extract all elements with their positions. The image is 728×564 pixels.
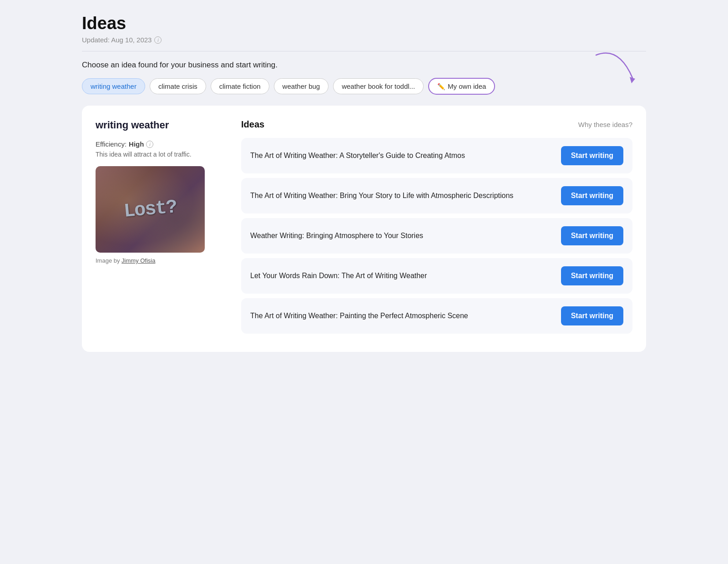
info-icon[interactable]: i	[154, 36, 162, 44]
image-credit-link[interactable]: Jimmy Ofisia	[121, 257, 155, 264]
efficiency-row: Efficiency: High i	[96, 140, 223, 148]
tag-writing-weather[interactable]: writing weather	[82, 78, 145, 94]
image-credit: Image by Jimmy Ofisia	[96, 257, 223, 264]
ideas-header: Ideas Why these ideas?	[241, 119, 632, 130]
arrow-annotation	[582, 51, 646, 91]
graffiti-text: Lost?	[123, 196, 177, 223]
pencil-icon: ✏️	[437, 83, 445, 90]
page-updated: Updated: Aug 10, 2023 i	[82, 36, 646, 44]
idea-text: Weather Writing: Bringing Atmosphere to …	[250, 230, 554, 241]
start-writing-button-1[interactable]: Start writing	[561, 186, 623, 205]
idea-text: Let Your Words Rain Down: The Art of Wri…	[250, 270, 554, 281]
tag-climate-crisis[interactable]: climate crisis	[150, 78, 206, 94]
why-link[interactable]: Why these ideas?	[578, 121, 632, 128]
ideas-section-title: Ideas	[241, 119, 264, 130]
page-title: Ideas	[82, 14, 646, 33]
idea-text: The Art of Writing Weather: A Storytelle…	[250, 150, 554, 161]
tag-my-own-idea[interactable]: ✏️ My own idea	[428, 78, 495, 95]
left-panel-title: writing weather	[96, 119, 223, 131]
svg-marker-0	[630, 77, 635, 83]
left-panel: writing weather Efficiency: High i This …	[96, 119, 223, 338]
page-container: Ideas Updated: Aug 10, 2023 i Choose an …	[82, 14, 646, 352]
start-writing-button-3[interactable]: Start writing	[561, 266, 623, 285]
start-writing-button-4[interactable]: Start writing	[561, 306, 623, 325]
idea-row: Weather Writing: Bringing Atmosphere to …	[241, 218, 632, 254]
efficiency-desc: This idea will attract a lot of traffic.	[96, 151, 223, 158]
idea-row: The Art of Writing Weather: A Storytelle…	[241, 138, 632, 173]
start-writing-button-2[interactable]: Start writing	[561, 226, 623, 245]
idea-text: The Art of Writing Weather: Painting the…	[250, 310, 554, 321]
idea-image: Lost?	[96, 166, 205, 253]
tag-weather-book[interactable]: weather book for toddl...	[333, 78, 424, 94]
right-panel: Ideas Why these ideas? The Art of Writin…	[241, 119, 632, 338]
efficiency-info-icon[interactable]: i	[146, 141, 153, 148]
choose-line: Choose an idea found for your business a…	[82, 61, 646, 70]
idea-text: The Art of Writing Weather: Bring Your S…	[250, 190, 554, 201]
efficiency-value: High	[129, 140, 144, 148]
tags-row: writing weather climate crisis climate f…	[82, 78, 646, 95]
main-card: writing weather Efficiency: High i This …	[82, 106, 646, 352]
idea-row: Let Your Words Rain Down: The Art of Wri…	[241, 258, 632, 294]
tag-climate-fiction[interactable]: climate fiction	[211, 78, 269, 94]
start-writing-button-0[interactable]: Start writing	[561, 146, 623, 165]
idea-row: The Art of Writing Weather: Bring Your S…	[241, 178, 632, 213]
idea-row: The Art of Writing Weather: Painting the…	[241, 298, 632, 334]
tag-weather-bug[interactable]: weather bug	[274, 78, 329, 94]
page-header: Ideas Updated: Aug 10, 2023 i	[82, 14, 646, 51]
